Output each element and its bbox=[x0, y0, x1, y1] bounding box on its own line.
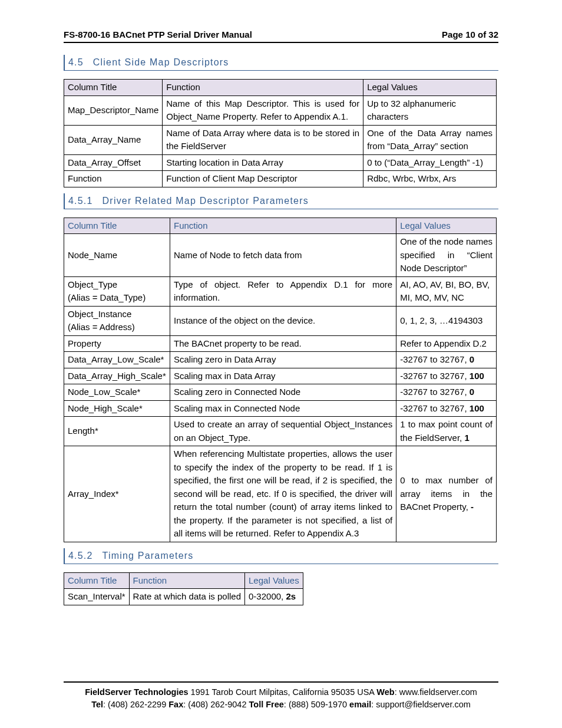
cell: Rate at which data is polled bbox=[129, 589, 244, 605]
cell: Scan_Interval* bbox=[64, 589, 130, 605]
section-4-5-heading: 4.5Client Side Map Descriptors bbox=[64, 55, 498, 71]
cell: Rdbc, Wrbc, Wrbx, Ars bbox=[363, 171, 497, 187]
section-title-text: Timing Parameters bbox=[103, 551, 194, 561]
cell: Used to create an array of sequential Ob… bbox=[170, 417, 396, 446]
section-number: 4.5.2 bbox=[68, 551, 93, 561]
col-header: Column Title bbox=[64, 572, 130, 589]
cell: Data_Array_High_Scale* bbox=[64, 368, 170, 384]
cell: 0, 1, 2, 3, …4194303 bbox=[396, 306, 497, 335]
col-header: Function bbox=[129, 572, 244, 589]
table-row: Length* Used to create an array of seque… bbox=[64, 417, 497, 446]
col-header: Legal Values bbox=[363, 80, 497, 96]
table-driver-related-params: Column Title Function Legal Values Node_… bbox=[64, 218, 497, 542]
cell: Object_Instance(Alias = Address) bbox=[64, 306, 170, 335]
table-row: Data_Array_High_Scale* Scaling max in Da… bbox=[64, 368, 497, 384]
cell: 0-32000, 2s bbox=[245, 589, 303, 605]
cell: Name of this Map Descriptor. This is use… bbox=[163, 95, 363, 125]
cell: When referencing Multistate properties, … bbox=[170, 446, 396, 542]
cell: 1 to max point count of the FieldServer,… bbox=[396, 417, 497, 446]
section-title-text: Client Side Map Descriptors bbox=[93, 57, 229, 67]
cell: Starting location in Data Array bbox=[163, 154, 363, 171]
table-row: Scan_Interval* Rate at which data is pol… bbox=[64, 589, 303, 605]
table-row: Property The BACnet property to be read.… bbox=[64, 335, 497, 352]
cell: Name of Node to fetch data from bbox=[170, 234, 396, 277]
cell: Instance of the object on the device. bbox=[170, 306, 396, 335]
cell: -32767 to 32767, 0 bbox=[396, 384, 497, 401]
table-row: Object_Instance(Alias = Address) Instanc… bbox=[64, 306, 497, 335]
cell: Function of Client Map Descriptor bbox=[163, 171, 363, 187]
doc-title: FS-8700-16 BACnet PTP Serial Driver Manu… bbox=[64, 29, 252, 39]
col-header: Function bbox=[170, 218, 396, 234]
col-header: Legal Values bbox=[245, 572, 303, 589]
cell: Up to 32 alphanumeric characters bbox=[363, 95, 497, 125]
section-number: 4.5.1 bbox=[68, 196, 93, 206]
table-row: Data_Array_Low_Scale* Scaling zero in Da… bbox=[64, 352, 497, 368]
cell: Function bbox=[64, 171, 163, 187]
table-row: Node_Low_Scale* Scaling zero in Connecte… bbox=[64, 384, 497, 401]
section-number: 4.5 bbox=[68, 57, 84, 67]
footer-line-2: Tel: (408) 262-2299 Fax: (408) 262-9042 … bbox=[64, 699, 498, 710]
cell: -32767 to 32767, 100 bbox=[396, 400, 497, 417]
cell: Scaling max in Data Array bbox=[170, 368, 396, 384]
cell: Property bbox=[64, 335, 170, 352]
cell: Node_Low_Scale* bbox=[64, 384, 170, 401]
cell: The BACnet property to be read. bbox=[170, 335, 396, 352]
cell: Data_Array_Low_Scale* bbox=[64, 352, 170, 368]
cell: Length* bbox=[64, 417, 170, 446]
table-row: Map_Descriptor_Name Name of this Map Des… bbox=[64, 95, 497, 125]
cell: Data_Array_Offset bbox=[64, 154, 163, 171]
cell: Data_Array_Name bbox=[64, 125, 163, 154]
table-row: Node_Name Name of Node to fetch data fro… bbox=[64, 234, 497, 277]
table-row: Data_Array_Offset Starting location in D… bbox=[64, 154, 497, 171]
footer-line-1: FieldServer Technologies 1991 Tarob Cour… bbox=[64, 686, 498, 698]
cell: Scaling zero in Data Array bbox=[170, 352, 396, 368]
page-number: Page 10 of 32 bbox=[442, 29, 498, 39]
section-4-5-2-heading: 4.5.2Timing Parameters bbox=[64, 548, 498, 564]
col-header: Function bbox=[163, 80, 363, 96]
cell: One of the node names specified in “Clie… bbox=[396, 234, 497, 277]
page-footer: FieldServer Technologies 1991 Tarob Cour… bbox=[64, 681, 498, 710]
cell: -32767 to 32767, 0 bbox=[396, 352, 497, 368]
cell: 0 to max number of array items in the BA… bbox=[396, 446, 497, 542]
page-header: FS-8700-16 BACnet PTP Serial Driver Manu… bbox=[64, 29, 498, 43]
cell: Map_Descriptor_Name bbox=[64, 95, 163, 125]
table-row: Data_Array_Name Name of Data Array where… bbox=[64, 125, 497, 154]
table-row: Object_Type(Alias = Data_Type) Type of o… bbox=[64, 276, 497, 306]
cell: 0 to (“Data_Array_Length” -1) bbox=[363, 154, 497, 171]
table-client-side-map-descriptors: Column Title Function Legal Values Map_D… bbox=[64, 79, 497, 187]
cell: Node_High_Scale* bbox=[64, 400, 170, 417]
col-header: Legal Values bbox=[396, 218, 497, 234]
cell: Name of Data Array where data is to be s… bbox=[163, 125, 363, 154]
table-timing-parameters: Column Title Function Legal Values Scan_… bbox=[64, 572, 303, 605]
table-row: Function Function of Client Map Descript… bbox=[64, 171, 497, 187]
section-title-text: Driver Related Map Descriptor Parameters bbox=[103, 196, 309, 206]
table-row: Node_High_Scale* Scaling max in Connecte… bbox=[64, 400, 497, 417]
cell: -32767 to 32767, 100 bbox=[396, 368, 497, 384]
cell: Scaling zero in Connected Node bbox=[170, 384, 396, 401]
cell: Array_Index* bbox=[64, 446, 170, 542]
cell: Node_Name bbox=[64, 234, 170, 277]
section-4-5-1-heading: 4.5.1Driver Related Map Descriptor Param… bbox=[64, 193, 498, 209]
col-header: Column Title bbox=[64, 80, 163, 96]
cell: Refer to Appendix D.2 bbox=[396, 335, 497, 352]
cell: AI, AO, AV, BI, BO, BV, MI, MO, MV, NC bbox=[396, 276, 497, 306]
cell: Type of object. Refer to Appendix D.1 fo… bbox=[170, 276, 396, 306]
col-header: Column Title bbox=[64, 218, 170, 234]
cell: Object_Type(Alias = Data_Type) bbox=[64, 276, 170, 306]
cell: Scaling max in Connected Node bbox=[170, 400, 396, 417]
table-row: Array_Index* When referencing Multistate… bbox=[64, 446, 497, 542]
cell: One of the Data Array names from “Data_A… bbox=[363, 125, 497, 154]
